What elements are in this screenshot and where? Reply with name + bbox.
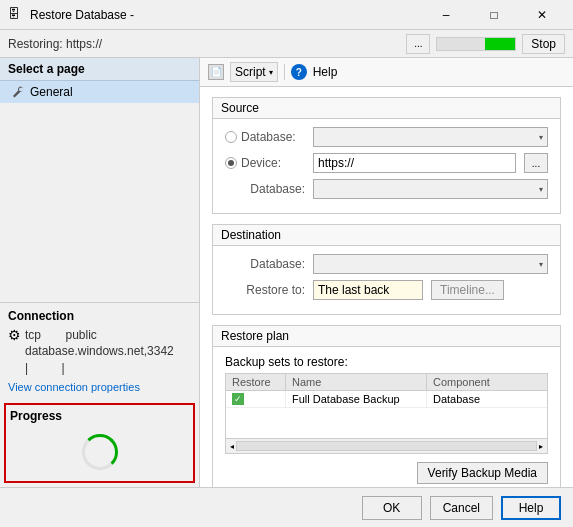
window-controls: – □ ✕ bbox=[423, 0, 565, 30]
th-name: Name bbox=[286, 374, 427, 390]
form-area: Source Database: ▾ bbox=[200, 87, 573, 487]
td-restore: ✓ bbox=[226, 391, 286, 407]
ok-button[interactable]: OK bbox=[362, 496, 422, 520]
spinner-container bbox=[10, 427, 189, 477]
backup-sets-table: Restore Name Component ✓ Full Database B… bbox=[225, 373, 548, 454]
device-input[interactable] bbox=[313, 153, 516, 173]
database-radio[interactable] bbox=[225, 131, 237, 143]
connection-line3: database.windows.net,3342 bbox=[25, 344, 174, 358]
help-label: Help bbox=[313, 65, 338, 79]
restore-to-row: Restore to: Timeline... bbox=[225, 280, 548, 300]
app-icon: 🗄 bbox=[8, 7, 24, 23]
connection-info: ⚙ tcp public database.windows.net,3342 |… bbox=[8, 327, 191, 377]
source-section: Source Database: ▾ bbox=[212, 97, 561, 214]
restore-status-label: Restoring: https:// bbox=[8, 37, 400, 51]
horizontal-scrollbar[interactable] bbox=[236, 441, 537, 451]
window-title: Restore Database - bbox=[30, 8, 423, 22]
destination-section: Destination Database: ▾ Restore to: Time… bbox=[212, 224, 561, 315]
connection-section: Connection ⚙ tcp public database.windows… bbox=[0, 302, 199, 399]
connection-text: tcp public database.windows.net,3342 | | bbox=[25, 327, 174, 377]
help-icon: ? bbox=[291, 64, 307, 80]
source-header: Source bbox=[213, 98, 560, 119]
connection-line1: tcp bbox=[25, 328, 41, 342]
device-browse-button[interactable]: ... bbox=[524, 153, 548, 173]
database-label: Database: bbox=[241, 130, 296, 144]
device-label: Device: bbox=[241, 156, 281, 170]
main-container: Select a page General Connection ⚙ tcp p… bbox=[0, 58, 573, 487]
source-db-row: Database: ▾ bbox=[225, 179, 548, 199]
progress-bar-fill bbox=[485, 38, 515, 50]
device-radio[interactable] bbox=[225, 157, 237, 169]
select-page-title: Select a page bbox=[0, 58, 199, 81]
ellipsis-button[interactable]: ... bbox=[406, 34, 430, 54]
table-spacer bbox=[226, 408, 547, 438]
dest-database-label: Database: bbox=[225, 257, 305, 271]
source-db-label: Database: bbox=[225, 182, 305, 196]
th-component: Component bbox=[427, 374, 547, 390]
maximize-button[interactable]: □ bbox=[471, 0, 517, 30]
dest-database-row: Database: ▾ bbox=[225, 254, 548, 274]
sidebar-item-general[interactable]: General bbox=[0, 81, 199, 103]
source-device-row: Device: ... bbox=[225, 153, 548, 173]
script-toolbar: 📄 Script ▾ ? Help bbox=[200, 58, 573, 87]
destination-header: Destination bbox=[213, 225, 560, 246]
scroll-left-icon[interactable]: ◂ bbox=[230, 442, 234, 451]
timeline-button[interactable]: Timeline... bbox=[431, 280, 504, 300]
restore-to-label: Restore to: bbox=[225, 283, 305, 297]
restore-plan-section: Restore plan Backup sets to restore: Res… bbox=[212, 325, 561, 487]
script-icon: 📄 bbox=[208, 64, 224, 80]
cancel-button[interactable]: Cancel bbox=[430, 496, 493, 520]
dest-db-arrow-icon: ▾ bbox=[539, 260, 543, 269]
stop-button[interactable]: Stop bbox=[522, 34, 565, 54]
td-name: Full Database Backup bbox=[286, 391, 427, 407]
content-area: 📄 Script ▾ ? Help Source Database: bbox=[200, 58, 573, 487]
source-db-combo[interactable]: ▾ bbox=[313, 179, 548, 199]
scrollbar-area: ◂ ▸ bbox=[226, 438, 547, 453]
script-label: Script bbox=[235, 65, 266, 79]
backup-sets-label: Backup sets to restore: bbox=[225, 355, 548, 369]
wrench-icon bbox=[12, 85, 26, 99]
connection-icon: ⚙ bbox=[8, 327, 21, 343]
check-icon: ✓ bbox=[232, 393, 244, 405]
script-button[interactable]: Script ▾ bbox=[230, 62, 278, 82]
progress-title: Progress bbox=[10, 409, 189, 423]
device-radio-label[interactable]: Device: bbox=[225, 156, 305, 170]
connection-line2: public bbox=[65, 328, 96, 342]
chevron-down-icon: ▾ bbox=[269, 68, 273, 77]
close-button[interactable]: ✕ bbox=[519, 0, 565, 30]
progress-section: Progress bbox=[4, 403, 195, 483]
sidebar: Select a page General Connection ⚙ tcp p… bbox=[0, 58, 200, 487]
loading-spinner bbox=[82, 434, 118, 470]
destination-content: Database: ▾ Restore to: Timeline... bbox=[213, 246, 560, 314]
source-database-row: Database: ▾ bbox=[225, 127, 548, 147]
toolbar-row: Restoring: https:// ... Stop bbox=[0, 30, 573, 58]
database-radio-label[interactable]: Database: bbox=[225, 130, 305, 144]
source-db-arrow-icon: ▾ bbox=[539, 185, 543, 194]
table-row[interactable]: ✓ Full Database Backup Database bbox=[226, 391, 547, 408]
scroll-right-icon[interactable]: ▸ bbox=[539, 442, 543, 451]
verify-backup-button[interactable]: Verify Backup Media bbox=[417, 462, 548, 484]
restore-plan-header: Restore plan bbox=[213, 326, 560, 347]
table-header: Restore Name Component bbox=[226, 374, 547, 391]
source-content: Database: ▾ Device: ... bbox=[213, 119, 560, 213]
th-restore: Restore bbox=[226, 374, 286, 390]
restore-plan-content: Backup sets to restore: Restore Name Com… bbox=[213, 347, 560, 487]
bottom-bar: OK Cancel Help bbox=[0, 487, 573, 527]
help-button[interactable]: Help bbox=[501, 496, 561, 520]
title-bar: 🗄 Restore Database - – □ ✕ bbox=[0, 0, 573, 30]
verify-btn-row: Verify Backup Media bbox=[225, 458, 548, 486]
dest-database-combo[interactable]: ▾ bbox=[313, 254, 548, 274]
separator bbox=[284, 64, 285, 80]
td-component: Database bbox=[427, 391, 547, 407]
minimize-button[interactable]: – bbox=[423, 0, 469, 30]
view-connection-link[interactable]: View connection properties bbox=[8, 381, 191, 393]
connection-title: Connection bbox=[8, 309, 191, 323]
progress-bar-container bbox=[436, 37, 516, 51]
combo-down-icon: ▾ bbox=[539, 133, 543, 142]
database-combo[interactable]: ▾ bbox=[313, 127, 548, 147]
restore-to-input[interactable] bbox=[313, 280, 423, 300]
sidebar-general-label: General bbox=[30, 85, 73, 99]
